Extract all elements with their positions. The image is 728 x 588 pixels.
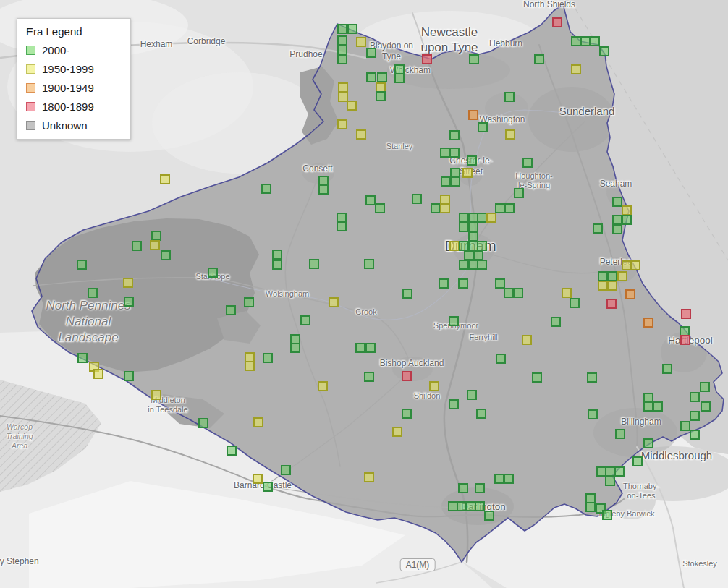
era-marker[interactable] — [494, 474, 504, 484]
era-marker[interactable] — [392, 427, 402, 437]
era-marker[interactable] — [366, 48, 376, 58]
era-marker[interactable] — [700, 382, 710, 392]
era-marker[interactable] — [622, 215, 632, 225]
era-marker[interactable] — [150, 240, 160, 250]
era-marker[interactable] — [93, 369, 103, 379]
era-marker[interactable] — [402, 409, 412, 419]
era-marker[interactable] — [227, 446, 237, 456]
era-marker[interactable] — [124, 297, 134, 307]
era-marker[interactable] — [504, 288, 514, 298]
era-marker[interactable] — [309, 259, 319, 269]
era-marker[interactable] — [630, 260, 640, 270]
era-marker[interactable] — [468, 222, 478, 232]
era-marker[interactable] — [534, 54, 544, 64]
era-marker[interactable] — [607, 271, 617, 281]
era-marker[interactable] — [562, 288, 572, 298]
era-marker[interactable] — [253, 474, 263, 484]
era-marker[interactable] — [475, 501, 485, 511]
era-marker[interactable] — [263, 353, 273, 363]
era-marker[interactable] — [422, 54, 432, 64]
era-marker[interactable] — [198, 418, 208, 428]
era-marker[interactable] — [622, 205, 632, 216]
era-marker[interactable] — [459, 222, 469, 232]
era-marker[interactable] — [77, 260, 87, 270]
era-marker[interactable] — [356, 129, 366, 140]
era-marker[interactable] — [612, 197, 622, 207]
era-marker[interactable] — [551, 317, 561, 327]
era-marker[interactable] — [366, 72, 376, 82]
era-marker[interactable] — [318, 184, 329, 195]
era-marker[interactable] — [632, 456, 643, 466]
era-marker[interactable] — [571, 36, 581, 46]
era-marker[interactable] — [449, 399, 459, 409]
era-marker[interactable] — [570, 298, 580, 308]
era-marker[interactable] — [593, 223, 603, 234]
era-marker[interactable] — [431, 203, 441, 213]
era-marker[interactable] — [468, 231, 478, 242]
era-marker[interactable] — [355, 343, 365, 353]
era-marker[interactable] — [365, 195, 376, 205]
era-marker[interactable] — [365, 343, 376, 353]
era-marker[interactable] — [571, 64, 581, 74]
era-marker[interactable] — [477, 213, 487, 223]
era-marker[interactable] — [701, 401, 711, 412]
era-marker[interactable] — [464, 250, 474, 260]
era-marker[interactable] — [680, 421, 690, 431]
era-marker[interactable] — [602, 510, 612, 520]
era-marker[interactable] — [462, 168, 473, 178]
era-marker[interactable] — [449, 130, 460, 140]
era-marker[interactable] — [588, 409, 598, 419]
era-marker[interactable] — [680, 335, 690, 345]
era-marker[interactable] — [412, 194, 422, 204]
era-marker[interactable] — [151, 231, 161, 241]
era-marker[interactable] — [587, 372, 597, 383]
map-canvas[interactable]: North ShieldsNewcastle upon TyneHebburnH… — [0, 0, 728, 588]
era-marker[interactable] — [486, 213, 496, 223]
era-marker[interactable] — [476, 409, 486, 419]
era-marker[interactable] — [690, 392, 700, 402]
era-marker[interactable] — [625, 289, 635, 299]
era-marker[interactable] — [662, 364, 672, 374]
era-marker[interactable] — [681, 309, 691, 319]
era-marker[interactable] — [653, 401, 663, 412]
era-marker[interactable] — [132, 241, 142, 251]
era-marker[interactable] — [532, 372, 542, 383]
era-marker[interactable] — [253, 417, 263, 427]
era-marker[interactable] — [457, 501, 467, 511]
era-marker[interactable] — [281, 465, 291, 475]
era-marker[interactable] — [690, 430, 700, 440]
era-marker[interactable] — [329, 297, 339, 307]
era-marker[interactable] — [605, 466, 615, 477]
era-marker[interactable] — [439, 278, 449, 289]
era-marker[interactable] — [469, 54, 479, 64]
era-marker[interactable] — [124, 371, 134, 381]
era-marker[interactable] — [614, 466, 625, 477]
era-marker[interactable] — [449, 148, 460, 158]
era-marker[interactable] — [337, 221, 347, 231]
era-marker[interactable] — [606, 299, 617, 309]
era-marker[interactable] — [496, 354, 506, 364]
era-marker[interactable] — [449, 241, 460, 251]
era-marker[interactable] — [160, 174, 170, 184]
era-marker[interactable] — [151, 390, 161, 400]
era-marker[interactable] — [123, 278, 133, 288]
era-marker[interactable] — [477, 241, 487, 251]
era-marker[interactable] — [478, 122, 488, 132]
era-marker[interactable] — [468, 110, 478, 120]
era-marker[interactable] — [337, 35, 347, 46]
era-marker[interactable] — [643, 438, 653, 448]
era-marker[interactable] — [473, 250, 483, 260]
era-marker[interactable] — [245, 361, 255, 371]
era-marker[interactable] — [605, 476, 615, 486]
era-marker[interactable] — [477, 260, 487, 270]
era-marker[interactable] — [580, 36, 591, 46]
era-marker[interactable] — [504, 203, 515, 213]
era-marker[interactable] — [690, 411, 700, 421]
era-marker[interactable] — [585, 502, 596, 512]
era-marker[interactable] — [459, 260, 469, 270]
era-marker[interactable] — [599, 46, 609, 56]
era-marker[interactable] — [394, 73, 405, 83]
era-marker[interactable] — [208, 268, 218, 278]
era-marker[interactable] — [612, 224, 622, 234]
era-marker[interactable] — [402, 371, 412, 381]
